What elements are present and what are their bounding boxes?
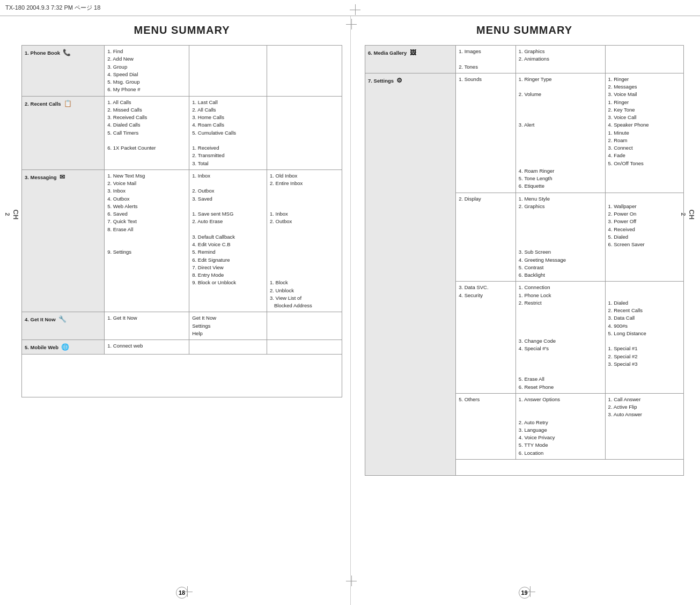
settings-sounds-l3: 1. Ringer2. Messages3. Voice Mail1. Ring… — [605, 73, 683, 193]
recentcalls-l3 — [267, 96, 342, 169]
section-messaging: 3. Messaging ✉ — [22, 169, 105, 312]
spacer-cell-right — [456, 459, 684, 475]
recentcalls-l2: 1. Last Call2. All Calls3. Home Calls4. … — [189, 96, 267, 169]
section-phonebook: 1. Phone Book 📞 — [22, 46, 105, 97]
table-row: 2. Recent Calls 📋 1. All Calls2. Missed … — [22, 96, 342, 169]
getitnow-l3 — [267, 312, 342, 340]
getitnow-l2: Get It NowSettingsHelp — [189, 312, 267, 340]
settings-others-l3: 1. Call Answer2. Active Flip3. Auto Answ… — [605, 393, 683, 459]
section-mediagallery: 6. Media Gallery 🖼 — [365, 46, 456, 73]
left-menu-table: 1. Phone Book 📞 1. Find2. Add New3. Grou… — [21, 45, 342, 397]
messaging-l1: 1. New Text Msg2. Voice Mail3. Inbox4. O… — [105, 169, 189, 312]
recentcalls-l1: 1. All Calls2. Missed Calls3. Received C… — [105, 96, 189, 169]
getitnow-l1: 1. Get It Now — [105, 312, 189, 340]
settings-datasvc-l2: 1. Connection1. Phone Lock2. Restrict3. … — [515, 282, 605, 394]
section-settings: 7. Settings ⚙ — [365, 73, 456, 475]
spacer-cell — [22, 355, 342, 397]
mobileweb-l1: 1. Connect web — [105, 340, 189, 355]
phonebook-l1: 1. Find2. Add New3. Group4. Speed Dial5.… — [105, 46, 189, 97]
table-row: 5. Mobile Web 🌐 1. Connect web — [22, 340, 342, 355]
settings-datasvc: 3. Data SVC.4. Security — [456, 282, 516, 394]
settings-sounds: 1. Sounds — [456, 73, 516, 193]
mediagallery-l2: 1. Graphics2. Animations — [515, 46, 605, 73]
mobileweb-l3 — [267, 340, 342, 355]
phonebook-l2 — [189, 46, 267, 97]
header-text: TX-180 2004.9.3 7:32 PM ページ 18 — [5, 4, 100, 12]
settings-datasvc-l3: 1. Dialed2. Recent Calls3. Data Call4. 9… — [605, 282, 683, 394]
table-row: 3. Messaging ✉ 1. New Text Msg2. Voice M… — [22, 169, 342, 312]
section-mobileweb: 5. Mobile Web 🌐 — [22, 340, 105, 355]
messaging-l2: 1. Inbox2. Outbox3. Saved1. Save sent MS… — [189, 169, 267, 312]
settings-others-l2: 1. Answer Options2. Auto Retry3. Languag… — [515, 393, 605, 459]
right-menu-table: 6. Media Gallery 🖼 1. Images2. Tones 1. … — [365, 45, 684, 476]
phonebook-l3 — [267, 46, 342, 97]
right-half: MENU SUMMARY 6. Media Gallery 🖼 1. Image… — [357, 16, 692, 605]
mediagallery-l1: 1. Images2. Tones — [456, 46, 516, 73]
settings-display-l2: 1. Menu Style2. Graphics3. Sub Screen4. … — [515, 193, 605, 282]
section-getitnow: 4. Get It Now 🔧 — [22, 312, 105, 340]
settings-display: 2. Display — [456, 193, 516, 282]
settings-others: 5. Others — [456, 393, 516, 459]
left-title: MENU SUMMARY — [21, 24, 342, 36]
right-title: MENU SUMMARY — [365, 24, 684, 36]
settings-sounds-l2: 1. Ringer Type2. Volume3. Alert4. Roam R… — [515, 73, 605, 193]
messaging-l3: 1. Old Inbox2. Entire Inbox1. Inbox2. Ou… — [267, 169, 342, 312]
table-row: 7. Settings ⚙ 1. Sounds 1. Ringer Type2.… — [365, 73, 684, 193]
section-recentcalls: 2. Recent Calls 📋 — [22, 96, 105, 169]
table-row: 6. Media Gallery 🖼 1. Images2. Tones 1. … — [365, 46, 684, 73]
table-row: 4. Get It Now 🔧 1. Get It Now Get It Now… — [22, 312, 342, 340]
table-row: 1. Phone Book 📞 1. Find2. Add New3. Grou… — [22, 46, 342, 97]
left-half: MENU SUMMARY 1. Phone Book 📞 1. Find2. A… — [13, 16, 350, 605]
table-row-spacer — [22, 355, 342, 397]
settings-display-l3: 1. Wallpaper2. Power On3. Power Off4. Re… — [605, 193, 683, 282]
mobileweb-l2 — [189, 340, 267, 355]
mediagallery-l3 — [605, 46, 683, 73]
